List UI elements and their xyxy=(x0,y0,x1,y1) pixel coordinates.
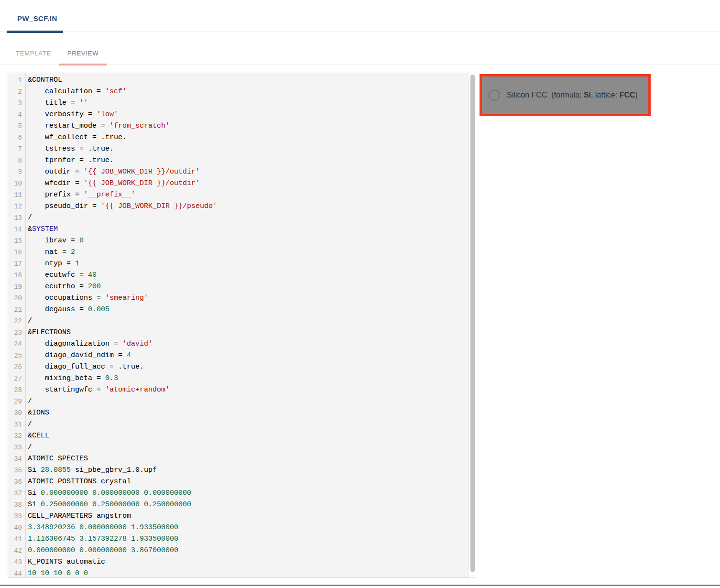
material-name: Silicon FCC xyxy=(507,91,547,99)
line-number: 35 xyxy=(8,465,25,476)
code-text: diagonalization = 'david' xyxy=(25,338,153,350)
line-number: 12 xyxy=(8,201,25,212)
code-line: 12 pseudo_dir = '{{ JOB_WORK_DIR }}/pseu… xyxy=(8,201,469,212)
code-line: 22/ xyxy=(8,316,469,327)
line-number: 2 xyxy=(8,86,25,98)
code-text: 0.000000000 0.000000000 3.867000000 xyxy=(25,545,178,556)
material-formula-prefix: (formula: xyxy=(547,91,583,99)
line-number: 13 xyxy=(8,212,25,224)
file-tab-active-underline xyxy=(7,31,63,33)
line-number: 10 xyxy=(8,178,25,189)
code-text: title = '' xyxy=(25,98,88,109)
code-line: 25 diago_david_ndim = 4 xyxy=(8,350,469,361)
code-text: ecutrho = 200 xyxy=(25,281,101,293)
code-line: 26 diago_full_acc = .true. xyxy=(8,361,469,373)
code-text: ibrav = 0 xyxy=(25,235,84,247)
line-number: 7 xyxy=(8,143,25,155)
material-lattice: FCC xyxy=(620,91,635,99)
editor-scrollbar-thumb[interactable] xyxy=(470,75,475,572)
line-number: 42 xyxy=(8,545,25,556)
code-line: 5 restart_mode = 'from_scratch' xyxy=(8,120,469,132)
code-line: 14&SYSTEM xyxy=(8,224,469,235)
line-number: 30 xyxy=(8,407,25,419)
code-line: 24 diagonalization = 'david' xyxy=(8,338,469,350)
file-tab-pw-scf-in[interactable]: PW_SCF.IN xyxy=(17,14,57,22)
code-line: 28 startingwfc = 'atomic+random' xyxy=(8,384,469,396)
line-number: 33 xyxy=(8,442,25,453)
code-text: pseudo_dir = '{{ JOB_WORK_DIR }}/pseudo' xyxy=(25,201,217,212)
code-text: degauss = 0.005 xyxy=(25,304,109,316)
code-line: 1&CONTROL xyxy=(8,75,469,86)
code-line: 19 ecutrho = 200 xyxy=(8,281,469,293)
code-line: 20 occupations = 'smearing' xyxy=(8,293,469,304)
tab-active-indicator xyxy=(59,64,107,65)
code-text: startingwfc = 'atomic+random' xyxy=(25,384,170,396)
code-text: &ELECTRONS xyxy=(25,327,71,338)
code-text: Si 0.000000000 0.000000000 0.000000000 xyxy=(25,488,191,499)
code-text: / xyxy=(25,442,32,453)
line-number: 36 xyxy=(8,476,25,488)
code-text: tprnfor = .true. xyxy=(25,155,114,166)
code-line: 43K_POINTS automatic xyxy=(8,556,469,568)
code-line: 36ATOMIC_POSITIONS crystal xyxy=(8,476,469,488)
line-number: 21 xyxy=(8,304,25,316)
code-line: 11 prefix = '__prefix__' xyxy=(8,189,469,201)
code-text: Si 0.250000000 0.250000000 0.250000000 xyxy=(25,499,191,511)
code-lines: 1&CONTROL2 calculation = 'scf'3 title = … xyxy=(8,75,469,579)
line-number: 23 xyxy=(8,327,25,338)
line-number: 31 xyxy=(8,419,25,430)
code-text: diago_full_acc = .true. xyxy=(25,361,144,373)
editor-scrollbar-track[interactable] xyxy=(469,73,476,577)
code-text: 1.116306745 3.157392278 1.933500000 xyxy=(25,534,178,545)
code-text: &CELL xyxy=(25,430,49,442)
code-editor[interactable]: 1&CONTROL2 calculation = 'scf'3 title = … xyxy=(8,73,476,578)
code-line: 37Si 0.000000000 0.000000000 0.000000000 xyxy=(8,488,469,499)
code-line: 411.116306745 3.157392278 1.933500000 xyxy=(8,534,469,545)
code-text: &SYSTEM xyxy=(25,224,58,235)
radio-button-icon[interactable] xyxy=(489,89,500,101)
line-number: 6 xyxy=(8,132,25,143)
code-line: 27 mixing_beta = 0.3 xyxy=(8,373,469,384)
line-number: 11 xyxy=(8,189,25,201)
subtab-divider xyxy=(0,65,720,65)
code-line: 30&IONS xyxy=(8,407,469,419)
code-line: 17 ntyp = 1 xyxy=(8,258,469,270)
line-number: 14 xyxy=(8,224,25,235)
code-line: 4410 10 10 0 0 0 xyxy=(8,568,469,579)
code-text: prefix = '__prefix__' xyxy=(25,189,135,201)
line-number: 19 xyxy=(8,281,25,293)
code-text: 10 10 10 0 0 0 xyxy=(25,568,88,579)
line-number: 38 xyxy=(8,499,25,511)
line-number: 32 xyxy=(8,430,25,442)
tab-template[interactable]: TEMPLATE xyxy=(8,46,59,60)
line-number: 18 xyxy=(8,270,25,281)
material-label: Silicon FCC (formula: Si, lattice: FCC) xyxy=(507,91,638,99)
line-number: 17 xyxy=(8,258,25,270)
line-number: 39 xyxy=(8,511,25,522)
material-lattice-prefix: , lattice: xyxy=(591,91,620,99)
code-text: occupations = 'smearing' xyxy=(25,293,148,304)
code-line: 32&CELL xyxy=(8,430,469,442)
line-number: 41 xyxy=(8,534,25,545)
tab-preview[interactable]: PREVIEW xyxy=(59,46,107,60)
code-line: 2 calculation = 'scf' xyxy=(8,86,469,98)
code-line: 10 wfcdir = '{{ JOB_WORK_DIR }}/outdir' xyxy=(8,178,469,189)
line-number: 1 xyxy=(8,75,25,86)
material-label-close: ) xyxy=(635,91,638,99)
code-text: nat = 2 xyxy=(25,247,75,258)
code-text: &IONS xyxy=(25,407,49,419)
code-text: 3.348920236 0.000000000 1.933500000 xyxy=(25,522,178,534)
code-line: 39CELL_PARAMETERS angstrom xyxy=(8,511,469,522)
code-line: 3 title = '' xyxy=(8,98,469,109)
line-number: 22 xyxy=(8,316,25,327)
code-line: 18 ecutwfc = 40 xyxy=(8,270,469,281)
code-text: &CONTROL xyxy=(25,75,62,86)
line-number: 8 xyxy=(8,155,25,166)
code-line: 7 tstress = .true. xyxy=(8,143,469,155)
line-number: 4 xyxy=(8,109,25,120)
code-text: diago_david_ndim = 4 xyxy=(25,350,131,361)
code-text: outdir = '{{ JOB_WORK_DIR }}/outdir' xyxy=(25,166,200,178)
code-text: ATOMIC_POSITIONS crystal xyxy=(25,476,131,488)
material-option-silicon-fcc[interactable]: Silicon FCC (formula: Si, lattice: FCC) xyxy=(480,74,651,116)
line-number: 5 xyxy=(8,120,25,132)
